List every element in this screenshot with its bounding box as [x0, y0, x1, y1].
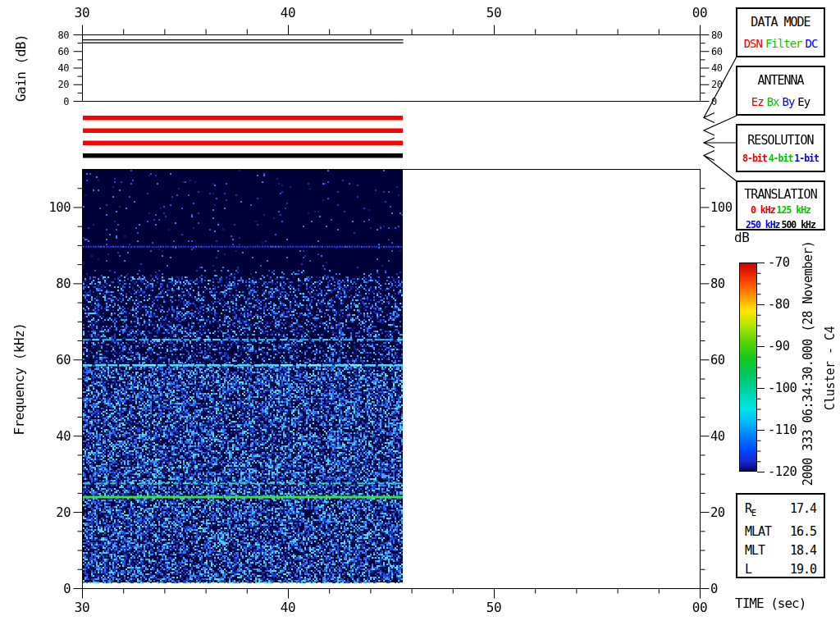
legend-value-ez: Ez — [751, 95, 764, 108]
legend-value-by: By — [783, 95, 795, 108]
frequency-tick-label-right: 0 — [710, 582, 746, 596]
colorbar-tick-label: -100 — [768, 381, 797, 395]
legend-value-dsn: DSN — [744, 37, 762, 50]
legend-value-8-bit: 8-bit — [742, 153, 767, 164]
legend-box-row: 8-bit4-bit1-bit — [737, 153, 824, 165]
legend-value-500-khz: 500 kHz — [782, 219, 815, 231]
time-tick-label-top: 50 — [477, 5, 510, 21]
ephemeris-row: L19.0 — [737, 560, 824, 579]
legend-box-row: EzBxByEy — [737, 95, 824, 108]
frequency-tick-label-right: 40 — [710, 429, 746, 444]
ephemeris-row: MLT18.4 — [737, 541, 824, 560]
colorbar-tick-label: -120 — [768, 464, 797, 479]
time-tick-label-top: 40 — [272, 5, 304, 21]
legend-box-title: DATA MODE — [737, 15, 824, 30]
legend-value-0-khz: 0 kHz — [751, 204, 775, 216]
frequency-tick-label-right: 100 — [710, 200, 746, 215]
time-tick-label-bottom: 30 — [66, 600, 98, 615]
legend-value-250-khz: 250 kHz — [746, 219, 779, 231]
frequency-tick-label-left: 0 — [38, 582, 71, 596]
timestamp-label: 2000 333 06:34:30.000 (28 November) — [801, 216, 815, 511]
legend-value-125-khz: 125 kHz — [777, 204, 810, 216]
ephemeris-value: 19.0 — [790, 560, 816, 579]
ephemeris-value: 17.4 — [790, 500, 816, 523]
ephemeris-label: MLT — [745, 541, 765, 560]
spacecraft-label: Cluster - C4 — [823, 311, 838, 426]
frequency-tick-label-left: 100 — [38, 200, 71, 215]
status-bars-region — [82, 115, 403, 159]
frequency-tick-label-left: 20 — [38, 505, 71, 520]
legend-box-row: DSNFilterDC — [737, 37, 824, 50]
legend-value-4-bit: 4-bit — [769, 153, 793, 164]
gain-tick-label-right: 20 — [711, 79, 739, 90]
spectrogram-region — [82, 169, 700, 588]
legend-value-dc: DC — [806, 37, 818, 50]
colorbar-tick-label: -70 — [768, 255, 790, 270]
gain-axis-title: Gain (dB) — [13, 19, 30, 117]
gain-tick-label-left: 40 — [41, 62, 69, 74]
legend-box-row: 0 kHz125 kHz — [737, 204, 824, 217]
legend-value-1-bit: 1-bit — [794, 153, 819, 164]
time-axis-title: TIME (sec) — [735, 596, 806, 611]
ephemeris-label: L — [745, 560, 751, 579]
time-tick-label-bottom: 00 — [683, 600, 716, 615]
gain-tick-label-left: 0 — [41, 96, 69, 107]
time-tick-label-bottom: 40 — [272, 600, 304, 615]
wbd-plot-page: Gain (dB) Frequency (kHz) 2000 333 06:34… — [0, 0, 840, 630]
gain-tick-label-right: 0 — [711, 96, 739, 107]
time-tick-label-top: 30 — [66, 5, 98, 21]
legend-box-title: ANTENNA — [737, 73, 824, 88]
time-tick-label-top: 00 — [683, 5, 716, 21]
ephemeris-info-box: RE17.4MLAT16.5MLT18.4L19.0 — [736, 493, 825, 578]
ephemeris-label: MLAT — [745, 523, 771, 541]
gain-tick-label-right: 60 — [711, 46, 739, 57]
legend-box-title: RESOLUTION — [737, 133, 824, 148]
gain-tick-label-left: 80 — [41, 30, 69, 41]
legend-box-title: TRANSLATION — [737, 187, 824, 202]
time-tick-label-bottom: 50 — [477, 600, 510, 615]
colorbar-units-label: dB — [734, 230, 749, 245]
frequency-tick-label-right: 20 — [710, 505, 746, 520]
colorbar-tick-label: -80 — [768, 297, 790, 312]
frequency-tick-label-left: 80 — [38, 276, 71, 291]
gain-tick-label-right: 40 — [711, 62, 739, 74]
legend-value-filter: Filter — [765, 37, 802, 50]
ephemeris-row: MLAT16.5 — [737, 523, 824, 541]
frequency-tick-label-right: 60 — [710, 353, 746, 368]
legend-box-antenna: ANTENNA EzBxByEy — [736, 66, 825, 116]
frequency-axis-title: Frequency (kHz) — [11, 297, 28, 461]
legend-box-row: 250 kHz500 kHz — [737, 219, 824, 231]
colorbar-tick-label: -110 — [768, 422, 797, 437]
ephemeris-row: RE17.4 — [737, 500, 824, 523]
gain-tick-label-left: 20 — [41, 79, 69, 90]
colorbar-tick-label: -90 — [768, 339, 790, 354]
frequency-tick-label-left: 60 — [38, 353, 71, 368]
frequency-tick-label-left: 40 — [38, 429, 71, 444]
ephemeris-value: 16.5 — [790, 523, 816, 541]
legend-value-bx: Bx — [767, 95, 779, 108]
legend-box-resolution: RESOLUTION 8-bit4-bit1-bit — [736, 124, 825, 172]
frequency-tick-label-right: 80 — [710, 276, 746, 291]
legend-value-ey: Ey — [797, 95, 810, 108]
legend-box-translation: TRANSLATION 0 kHz125 kHz250 kHz500 kHz — [736, 180, 825, 231]
gain-plot-region — [82, 34, 700, 101]
legend-box-data-mode: DATA MODE DSNFilterDC — [736, 7, 825, 57]
gain-tick-label-right: 80 — [711, 30, 739, 41]
ephemeris-value: 18.4 — [790, 541, 816, 560]
gain-tick-label-left: 60 — [41, 46, 69, 57]
